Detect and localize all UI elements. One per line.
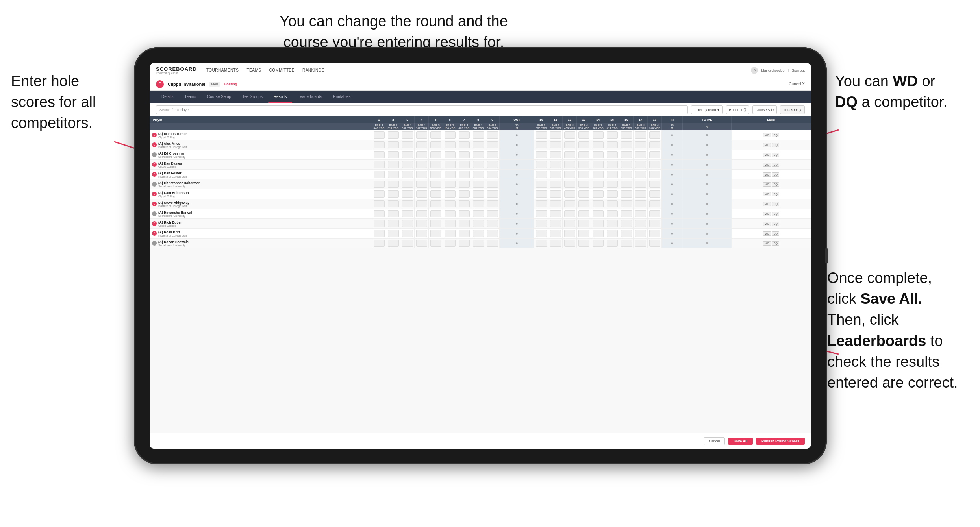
score-input-h7-p2[interactable] bbox=[459, 151, 470, 158]
hole-4-input-4[interactable] bbox=[415, 170, 429, 179]
hole-12-input-1[interactable] bbox=[563, 140, 577, 150]
score-input-h1-p6[interactable] bbox=[374, 190, 385, 198]
dq-button-2[interactable]: DQ bbox=[772, 153, 779, 157]
hole-11-input-6[interactable] bbox=[548, 189, 563, 199]
dq-button-5[interactable]: DQ bbox=[772, 182, 779, 187]
score-input-h9-p6[interactable] bbox=[487, 190, 498, 198]
hole-2-input-9[interactable] bbox=[386, 219, 400, 229]
hole-2-input-11[interactable] bbox=[386, 239, 400, 248]
hole-3-input-2[interactable] bbox=[400, 150, 415, 160]
totals-only-button[interactable]: Totals Only bbox=[780, 105, 805, 114]
hole-11-input-1[interactable] bbox=[548, 140, 563, 150]
hole-12-input-0[interactable] bbox=[563, 130, 577, 140]
score-input-h2-p2[interactable] bbox=[388, 151, 399, 158]
hole-13-input-1[interactable] bbox=[577, 140, 591, 150]
score-input-h4-p1[interactable] bbox=[416, 141, 427, 148]
dq-button-11[interactable]: DQ bbox=[772, 241, 779, 246]
hole-15-input-5[interactable] bbox=[605, 179, 619, 189]
hole-11-input-8[interactable] bbox=[548, 209, 563, 219]
hole-16-input-8[interactable] bbox=[619, 209, 634, 219]
score-input-h14-p9[interactable] bbox=[593, 220, 604, 227]
hole-4-input-8[interactable] bbox=[415, 209, 429, 219]
score-input-h15-p2[interactable] bbox=[607, 151, 618, 158]
hole-8-input-6[interactable] bbox=[471, 189, 485, 199]
hole-6-input-1[interactable] bbox=[443, 140, 457, 150]
score-input-h6-p8[interactable] bbox=[445, 210, 456, 217]
score-input-h18-p10[interactable] bbox=[649, 230, 660, 237]
score-input-h5-p9[interactable] bbox=[430, 220, 441, 227]
hole-3-input-11[interactable] bbox=[400, 239, 415, 248]
score-input-h3-p2[interactable] bbox=[402, 151, 413, 158]
score-input-h16-p0[interactable] bbox=[621, 131, 632, 139]
score-input-h8-p4[interactable] bbox=[473, 171, 484, 178]
hole-1-input-8[interactable] bbox=[372, 209, 386, 219]
hole-15-input-10[interactable] bbox=[605, 229, 619, 239]
hole-17-input-10[interactable] bbox=[634, 229, 648, 239]
hole-14-input-4[interactable] bbox=[591, 170, 605, 179]
score-input-h2-p11[interactable] bbox=[388, 240, 399, 247]
hole-8-input-4[interactable] bbox=[471, 170, 485, 179]
score-input-h16-p1[interactable] bbox=[621, 141, 632, 148]
score-input-h14-p3[interactable] bbox=[593, 161, 604, 168]
score-input-h14-p2[interactable] bbox=[593, 151, 604, 158]
hole-9-input-6[interactable] bbox=[485, 189, 500, 199]
score-input-h11-p4[interactable] bbox=[550, 171, 561, 178]
wd-button-11[interactable]: WD bbox=[763, 241, 771, 246]
hole-4-input-2[interactable] bbox=[415, 150, 429, 160]
score-input-h14-p8[interactable] bbox=[593, 210, 604, 217]
score-input-h4-p8[interactable] bbox=[416, 210, 427, 217]
hole-18-input-10[interactable] bbox=[648, 229, 662, 239]
score-input-h9-p8[interactable] bbox=[487, 210, 498, 217]
hole-15-input-1[interactable] bbox=[605, 140, 619, 150]
hole-1-input-0[interactable] bbox=[372, 130, 386, 140]
hole-13-input-6[interactable] bbox=[577, 189, 591, 199]
score-input-h9-p7[interactable] bbox=[487, 200, 498, 207]
score-input-h10-p7[interactable] bbox=[536, 200, 547, 207]
hole-3-input-7[interactable] bbox=[400, 199, 415, 209]
hole-7-input-0[interactable] bbox=[457, 130, 471, 140]
wd-button-7[interactable]: WD bbox=[763, 202, 771, 206]
score-input-h16-p11[interactable] bbox=[621, 240, 632, 247]
hole-1-input-3[interactable] bbox=[372, 160, 386, 170]
hole-1-input-1[interactable] bbox=[372, 140, 386, 150]
score-input-h11-p11[interactable] bbox=[550, 240, 561, 247]
score-input-h10-p10[interactable] bbox=[536, 230, 547, 237]
tablet-home-button[interactable] bbox=[825, 248, 828, 264]
dq-button-1[interactable]: DQ bbox=[772, 143, 779, 147]
hole-14-input-6[interactable] bbox=[591, 189, 605, 199]
score-input-h12-p11[interactable] bbox=[564, 240, 575, 247]
hole-2-input-3[interactable] bbox=[386, 160, 400, 170]
score-input-h5-p4[interactable] bbox=[430, 171, 441, 178]
hole-16-input-5[interactable] bbox=[619, 179, 634, 189]
hole-10-input-5[interactable] bbox=[534, 179, 548, 189]
wd-button-9[interactable]: WD bbox=[763, 222, 771, 226]
hole-7-input-7[interactable] bbox=[457, 199, 471, 209]
nav-teams[interactable]: TEAMS bbox=[246, 68, 261, 72]
hole-18-input-8[interactable] bbox=[648, 209, 662, 219]
hole-5-input-7[interactable] bbox=[429, 199, 443, 209]
score-input-h17-p7[interactable] bbox=[635, 200, 646, 207]
hole-9-input-4[interactable] bbox=[485, 170, 500, 179]
hole-2-input-8[interactable] bbox=[386, 209, 400, 219]
score-input-h7-p1[interactable] bbox=[459, 141, 470, 148]
hole-1-input-7[interactable] bbox=[372, 199, 386, 209]
hole-7-input-2[interactable] bbox=[457, 150, 471, 160]
score-input-h18-p4[interactable] bbox=[649, 171, 660, 178]
score-input-h17-p1[interactable] bbox=[635, 141, 646, 148]
wd-button-6[interactable]: WD bbox=[763, 192, 771, 196]
hole-8-input-7[interactable] bbox=[471, 199, 485, 209]
hole-17-input-3[interactable] bbox=[634, 160, 648, 170]
hole-5-input-11[interactable] bbox=[429, 239, 443, 248]
tab-results[interactable]: Results bbox=[268, 91, 292, 103]
hole-1-input-11[interactable] bbox=[372, 239, 386, 248]
hole-17-input-6[interactable] bbox=[634, 189, 648, 199]
score-input-h1-p7[interactable] bbox=[374, 200, 385, 207]
score-input-h14-p7[interactable] bbox=[593, 200, 604, 207]
hole-11-input-9[interactable] bbox=[548, 219, 563, 229]
hole-2-input-4[interactable] bbox=[386, 170, 400, 179]
score-input-h10-p11[interactable] bbox=[536, 240, 547, 247]
hole-12-input-11[interactable] bbox=[563, 239, 577, 248]
score-input-h7-p8[interactable] bbox=[459, 210, 470, 217]
search-player-input[interactable] bbox=[156, 105, 688, 114]
score-input-h8-p9[interactable] bbox=[473, 220, 484, 227]
